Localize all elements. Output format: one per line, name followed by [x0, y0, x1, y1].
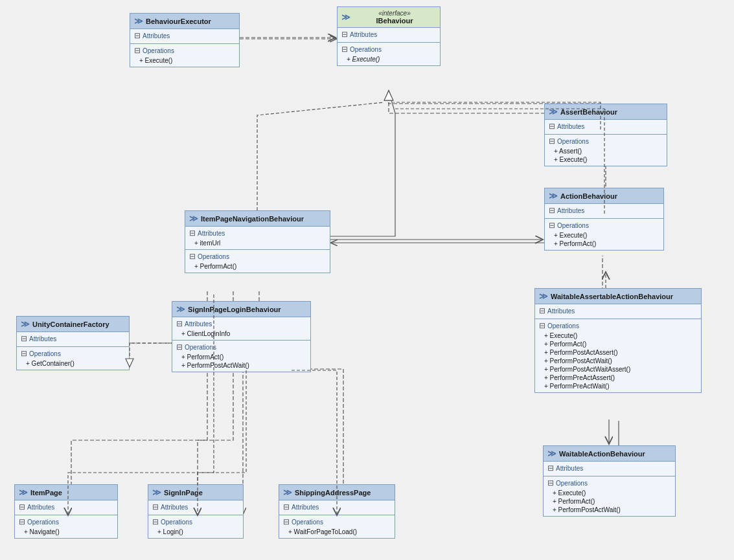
class-item-page-nav: ≫ ItemPageNavigationBehaviour ⊟ Attribut… — [185, 210, 330, 273]
abstract-icon-ib: ≫ — [341, 12, 350, 22]
splb-attr1: + ClientLoginInfo — [176, 330, 306, 338]
svg-marker-2 — [385, 91, 393, 100]
class-header-ip: ≫ ItemPage — [15, 485, 117, 500]
abstract-icon: ≫ — [134, 16, 143, 26]
wab-op3: + PerformPostActWait() — [547, 506, 671, 514]
wab-op1: + Execute() — [547, 489, 671, 497]
splb-attributes: ⊟ Attributes + ClientLoginInfo — [172, 317, 310, 341]
class-header-ibehaviour: ≫ «interface» IBehaviour — [338, 7, 440, 28]
wab-attributes: ⊟ Attributes — [544, 462, 675, 476]
class-header-behaviour-executor: ≫ BehaviourExecutor — [130, 14, 239, 29]
abstract-icon-ab: ≫ — [549, 107, 558, 117]
stereotype-ibehaviour: «interface» — [378, 10, 410, 17]
action-op2: + PerformAct() — [549, 240, 659, 248]
class-header-assert: ≫ AssertBehaviour — [545, 104, 667, 120]
ip-op1: + Navigate() — [19, 528, 113, 536]
sip-op1: + Login() — [152, 528, 239, 536]
class-header-splb: ≫ SignInPageLoginBehaviour — [172, 302, 310, 317]
sap-attributes: ⊟ Attributes — [279, 500, 395, 515]
ip-operations: ⊟ Operations + Navigate() — [15, 515, 117, 538]
class-header-wab: ≫ WaitableActionBehaviour — [544, 446, 675, 462]
class-shipping-page: ≫ ShippingAddressPage ⊟ Attributes ⊟ Ope… — [279, 484, 395, 539]
sap-op1: + WaitForPageToLoad() — [283, 528, 391, 536]
ucf-operations: ⊟ Operations + GetContainer() — [17, 347, 129, 370]
ipnb-op1: + PerformAct() — [189, 262, 326, 271]
class-name-ucf: UnityContainerFactory — [32, 320, 109, 328]
waab-op6: + PerformPreActAssert() — [539, 374, 697, 382]
abstract-icon-waab: ≫ — [539, 291, 548, 301]
splb-operations: ⊟ Operations + PerformAct() + PerformPos… — [172, 341, 310, 372]
action-attributes: ⊟ Attributes — [545, 204, 663, 219]
class-header-sip: ≫ SignInPage — [148, 485, 243, 500]
svg-marker-1 — [385, 91, 393, 100]
class-behaviour-executor: ≫ BehaviourExecutor ⊟ Attributes ⊟ Opera… — [130, 13, 240, 67]
abstract-icon-ip: ≫ — [19, 487, 28, 497]
abstract-icon-wab: ≫ — [547, 449, 556, 458]
class-name-splb: SignInPageLoginBehaviour — [188, 306, 281, 313]
class-header-action: ≫ ActionBehaviour — [545, 188, 663, 204]
splb-op2: + PerformPostActWait() — [176, 361, 306, 370]
class-waitable-action: ≫ WaitableActionBehaviour ⊟ Attributes ⊟… — [543, 445, 676, 517]
class-signin-login: ≫ SignInPageLoginBehaviour ⊟ Attributes … — [172, 301, 311, 372]
class-name-ip: ItemPage — [30, 489, 62, 497]
sip-attributes: ⊟ Attributes — [148, 500, 243, 515]
op-execute: + Execute() — [134, 56, 235, 65]
class-header-ucf: ≫ UnityContainerFactory — [17, 317, 129, 332]
class-ibehaviour: ≫ «interface» IBehaviour ⊟ Attributes ⊟ … — [337, 6, 441, 66]
abstract-icon-ucf: ≫ — [21, 319, 30, 329]
class-unity-factory: ≫ UnityContainerFactory ⊟ Attributes ⊟ O… — [16, 316, 130, 370]
class-name-action: ActionBehaviour — [560, 192, 617, 200]
waab-operations: ⊟ Operations + Execute() + PerformAct() … — [535, 319, 701, 392]
wab-op2: + PerformAct() — [547, 497, 671, 506]
class-signin-page: ≫ SignInPage ⊟ Attributes ⊟ Operations +… — [148, 484, 244, 539]
waab-op4: + PerformPostActWait() — [539, 357, 697, 365]
class-name-sip: SignInPage — [164, 489, 203, 497]
ipnb-operations: ⊟ Operations + PerformAct() — [185, 250, 330, 273]
class-name-ibehaviour: IBehaviour — [376, 17, 413, 25]
abstract-icon-sap: ≫ — [283, 487, 292, 497]
class-name-sap: ShippingAddressPage — [295, 489, 371, 497]
operations-section: ⊟ Operations + Execute() — [130, 44, 239, 67]
waab-op2: + PerformAct() — [539, 340, 697, 348]
sap-operations: ⊟ Operations + WaitForPageToLoad() — [279, 515, 395, 538]
class-item-page: ≫ ItemPage ⊟ Attributes ⊟ Operations + N… — [14, 484, 118, 539]
class-name-waab: WaitableAssertableActionBehaviour — [551, 293, 673, 300]
assert-op1: + Assert() — [549, 147, 663, 155]
ip-attributes: ⊟ Attributes — [15, 500, 117, 515]
action-operations: ⊟ Operations + Execute() + PerformAct() — [545, 219, 663, 250]
assert-attributes: ⊟ Attributes — [545, 120, 667, 135]
class-action-behaviour: ≫ ActionBehaviour ⊟ Attributes ⊟ Operati… — [544, 188, 664, 251]
wab-operations: ⊟ Operations + Execute() + PerformAct() … — [544, 476, 675, 516]
attributes-section: ⊟ Attributes — [130, 29, 239, 44]
splb-op1: + PerformAct() — [176, 353, 306, 361]
waab-op7: + PerformPreActWait() — [539, 382, 697, 390]
assert-op2: + Execute() — [549, 155, 663, 164]
abstract-icon-splb: ≫ — [176, 304, 185, 314]
ipnb-attributes: ⊟ Attributes + itemUrl — [185, 227, 330, 250]
waab-op5: + PerformPostActWaitAssert() — [539, 365, 697, 374]
class-name-assert: AssertBehaviour — [560, 108, 617, 116]
class-header-ipnb: ≫ ItemPageNavigationBehaviour — [185, 211, 330, 227]
assert-operations: ⊟ Operations + Assert() + Execute() — [545, 135, 667, 166]
class-name-wab: WaitableActionBehaviour — [559, 450, 645, 458]
waab-op3: + PerformPostActAssert() — [539, 348, 697, 357]
svg-marker-9 — [384, 91, 393, 100]
ib-attributes-section: ⊟ Attributes — [338, 28, 440, 43]
ib-op-execute: + Execute() — [341, 55, 436, 63]
sip-operations: ⊟ Operations + Login() — [148, 515, 243, 538]
abstract-icon-sip: ≫ — [152, 487, 161, 497]
waab-op1: + Execute() — [539, 331, 697, 340]
class-name-behaviour-executor: BehaviourExecutor — [146, 17, 211, 25]
class-name-ipnb: ItemPageNavigationBehaviour — [201, 215, 304, 223]
action-op1: + Execute() — [549, 231, 659, 240]
ucf-op1: + GetContainer() — [21, 359, 125, 368]
ucf-attributes: ⊟ Attributes — [17, 332, 129, 347]
abstract-icon-ipnb: ≫ — [189, 214, 198, 223]
ib-operations-section: ⊟ Operations + Execute() — [338, 43, 440, 65]
class-assert-behaviour: ≫ AssertBehaviour ⊟ Attributes ⊟ Operati… — [544, 104, 667, 166]
abstract-icon-act: ≫ — [549, 191, 558, 201]
class-waitable-assertable: ≫ WaitableAssertableActionBehaviour ⊟ At… — [534, 288, 702, 393]
ipnb-attr1: + itemUrl — [189, 239, 326, 247]
class-header-sap: ≫ ShippingAddressPage — [279, 485, 395, 500]
class-header-waab: ≫ WaitableAssertableActionBehaviour — [535, 289, 701, 304]
